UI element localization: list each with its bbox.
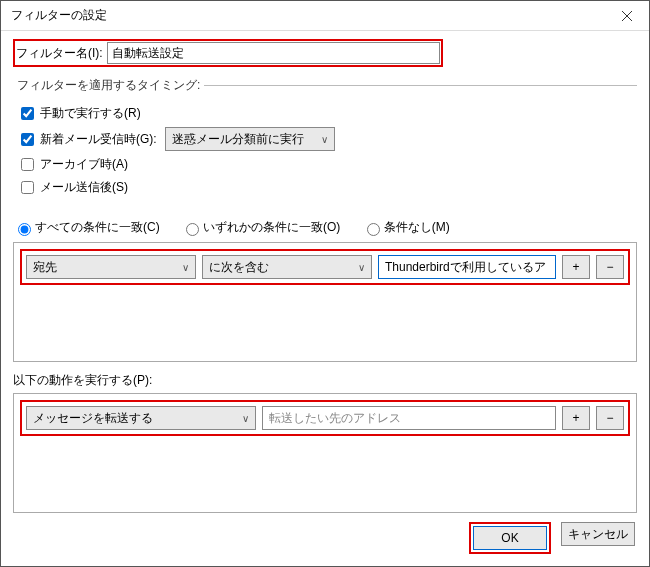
chevron-down-icon: ∨ [321, 134, 328, 145]
condition-operator-select[interactable]: に次を含む∨ [202, 255, 372, 279]
filter-name-label: フィルター名(I): [16, 45, 103, 62]
action-row: メッセージを転送する∨ + − [26, 406, 624, 430]
match-none-radio[interactable]: 条件なし(M) [362, 220, 450, 234]
timing-fieldset: フィルターを適用するタイミング: 手動で実行する(R) 新着メール受信時(G):… [13, 77, 637, 209]
aftersend-label: メール送信後(S) [40, 179, 128, 196]
archive-label: アーカイブ時(A) [40, 156, 128, 173]
match-radio-group: すべての条件に一致(C) いずれかの条件に一致(O) 条件なし(M) [13, 219, 637, 236]
ok-button[interactable]: OK [473, 526, 547, 550]
newmail-timing-select[interactable]: 迷惑メール分類前に実行 ∨ [165, 127, 335, 151]
condition-row: 宛先∨ に次を含む∨ + − [26, 255, 624, 279]
window-title: フィルターの設定 [11, 7, 107, 24]
close-icon [622, 11, 632, 21]
match-any-radio[interactable]: いずれかの条件に一致(O) [181, 220, 340, 234]
action-add-button[interactable]: + [562, 406, 590, 430]
action-address-input[interactable] [262, 406, 556, 430]
condition-value-input[interactable] [378, 255, 556, 279]
conditions-box: 宛先∨ に次を含む∨ + − [13, 242, 637, 362]
chevron-down-icon: ∨ [242, 413, 249, 424]
archive-checkbox[interactable] [21, 158, 34, 171]
filter-name-row: フィルター名(I): [13, 39, 443, 67]
timing-legend: フィルターを適用するタイミング: [13, 77, 204, 94]
newmail-checkbox[interactable] [21, 133, 34, 146]
condition-remove-button[interactable]: − [596, 255, 624, 279]
filter-name-input[interactable] [107, 42, 440, 64]
manual-label: 手動で実行する(R) [40, 105, 141, 122]
filter-settings-dialog: フィルターの設定 フィルター名(I): フィルターを適用するタイミング: 手動で… [0, 0, 650, 567]
match-all-radio[interactable]: すべての条件に一致(C) [13, 220, 160, 234]
actions-label: 以下の動作を実行する(P): [13, 372, 637, 389]
actions-box: メッセージを転送する∨ + − [13, 393, 637, 513]
cancel-button[interactable]: キャンセル [561, 522, 635, 546]
manual-checkbox[interactable] [21, 107, 34, 120]
aftersend-checkbox[interactable] [21, 181, 34, 194]
dialog-buttons: OK キャンセル [469, 522, 635, 554]
titlebar: フィルターの設定 [1, 1, 649, 31]
action-remove-button[interactable]: − [596, 406, 624, 430]
condition-add-button[interactable]: + [562, 255, 590, 279]
newmail-label: 新着メール受信時(G): [40, 131, 157, 148]
action-select[interactable]: メッセージを転送する∨ [26, 406, 256, 430]
chevron-down-icon: ∨ [358, 262, 365, 273]
close-button[interactable] [604, 1, 649, 31]
chevron-down-icon: ∨ [182, 262, 189, 273]
condition-field-select[interactable]: 宛先∨ [26, 255, 196, 279]
